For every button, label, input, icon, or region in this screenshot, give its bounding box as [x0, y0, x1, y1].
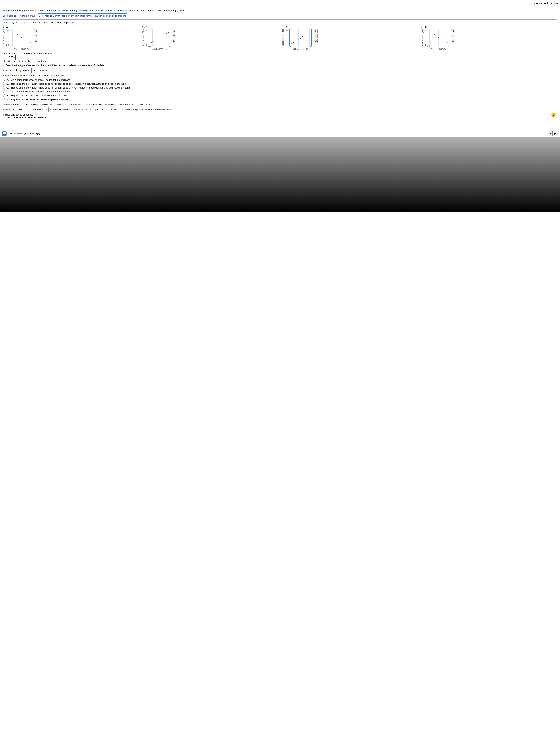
- scatter-plot: [427, 29, 449, 46]
- graph-option-c: C. Speed of sound (ft/s) 1140940 -555 Al…: [282, 26, 418, 50]
- evidence-dropdown-1[interactable]: is: [48, 107, 53, 112]
- part-d: (d) Use the table of critical values for…: [3, 103, 557, 119]
- critical-value-input[interactable]: [24, 109, 28, 110]
- zoom-in-icon[interactable]: [34, 29, 38, 33]
- correlation-type-dropdown[interactable]: a strong negative: [12, 68, 32, 73]
- d-s2: . Therefore, there: [29, 107, 48, 112]
- zoom-in-icon[interactable]: [314, 29, 318, 33]
- c-sentence-prefix: There is: [3, 68, 11, 73]
- choice-e: E. Higher altitudes cause increases in s…: [3, 94, 557, 98]
- choice-text: As altitude increases, speeds of sound t…: [11, 79, 71, 81]
- c-sentence-suffix: linear correlation.: [32, 68, 51, 73]
- interpret-prompt: Interpret the correlation. Choose the co…: [3, 74, 557, 77]
- svg-point-3: [35, 35, 37, 37]
- choice-text: Based on the correlation, there does not…: [11, 86, 131, 89]
- r-value-input[interactable]: − 0.973: [6, 55, 16, 60]
- radio-choice-d[interactable]: [3, 90, 5, 93]
- part-b-prompt: (b) Calculate the sample correlation coe…: [3, 52, 557, 55]
- prev-button[interactable]: ◀: [548, 131, 553, 136]
- zoom-in-icon[interactable]: [172, 29, 176, 33]
- chevron-down-icon: ▼: [550, 2, 553, 5]
- choice-text: Higher altitudes cause decreases in spee…: [11, 98, 69, 101]
- graph-option-a: A. Speed of sound (ft/s) 1140940 -555 Al…: [3, 26, 138, 50]
- svg-point-18: [453, 35, 454, 37]
- radio-option-a[interactable]: [3, 26, 5, 28]
- svg-point-11: [315, 31, 316, 32]
- choice-letter: E.: [6, 94, 10, 97]
- part-c-prompt: (c) Describe the type of correlation, if…: [3, 64, 557, 67]
- svg-point-1: [35, 31, 37, 32]
- choice-c: C. Based on the correlation, there does …: [3, 86, 557, 90]
- r-prefix: r =: [3, 55, 5, 59]
- zoom-out-icon[interactable]: [314, 34, 318, 38]
- svg-point-6: [174, 31, 175, 32]
- choice-text: Higher altitudes cause increases in spee…: [11, 94, 68, 97]
- part-a-prompt: (a) Display the data in a scatter plot. …: [3, 21, 557, 24]
- svg-line-19: [454, 36, 454, 37]
- critical-values-link[interactable]: Click here to view the table of critical…: [38, 14, 127, 18]
- footer-bar: Click to select your answer(s). ◀ ▶: [0, 129, 560, 137]
- choice-letter: A.: [6, 79, 10, 81]
- question-help-button[interactable]: Question Help ▼: [533, 2, 553, 5]
- graph-option-b: B. Speed of sound (ft/s) 55-5 9401140 Al…: [142, 26, 278, 50]
- scatter-plot: [148, 29, 170, 46]
- expand-icon[interactable]: [451, 39, 455, 43]
- radio-option-c[interactable]: [282, 26, 284, 28]
- y-axis-label: Speed of sound (ft/s): [422, 29, 424, 47]
- choice-letter: C.: [6, 86, 10, 89]
- part-d-round-note: (Round to three decimal places as needed…: [3, 116, 557, 119]
- expand-icon[interactable]: [172, 39, 176, 43]
- y-axis-label: Speed of sound (ft/s): [282, 29, 284, 47]
- evidence-dropdown-2[interactable]: there is a significant linear correlatio…: [124, 107, 172, 112]
- part-d-prompt: (d) Use the table of critical values for…: [3, 103, 557, 106]
- choice-letter: D.: [6, 90, 10, 93]
- zoom-in-icon[interactable]: [451, 29, 455, 33]
- option-letter: B.: [146, 26, 148, 28]
- expand-icon[interactable]: [34, 39, 38, 43]
- progress-icon[interactable]: [2, 131, 7, 136]
- svg-line-7: [175, 32, 175, 32]
- zoom-out-icon[interactable]: [34, 34, 38, 38]
- choice-letter: B.: [6, 82, 10, 85]
- svg-line-14: [316, 36, 317, 37]
- svg-point-13: [315, 35, 316, 37]
- expand-icon[interactable]: [314, 39, 318, 43]
- x-axis-label: Altitude (1000's ft): [431, 48, 446, 50]
- help-badge[interactable]: ?: [552, 113, 556, 117]
- svg-line-12: [316, 32, 317, 32]
- option-letter: D.: [425, 26, 427, 28]
- svg-rect-10: [174, 40, 175, 42]
- choice-f: F. Higher altitudes cause decreases in s…: [3, 98, 557, 101]
- svg-point-0: [556, 3, 557, 4]
- choice-a: A. As altitude increases, speeds of soun…: [3, 78, 557, 82]
- zoom-out-icon[interactable]: [451, 34, 455, 38]
- scatter-plot: [289, 29, 312, 46]
- x-axis-label: Altitude (1000's ft): [152, 48, 166, 50]
- data-table-link[interactable]: Click here to view the data table.: [3, 14, 37, 18]
- question-help-label: Question Help: [533, 2, 549, 5]
- scatter-plot: [10, 29, 32, 46]
- radio-choice-c[interactable]: [3, 86, 5, 89]
- svg-line-9: [175, 36, 175, 37]
- radio-option-b[interactable]: [142, 26, 144, 28]
- radio-choice-e[interactable]: [3, 94, 5, 97]
- below-screen-area: [0, 137, 560, 212]
- d-s1: The critical value is: [3, 107, 23, 112]
- option-letter: C.: [285, 26, 288, 28]
- radio-option-d[interactable]: [422, 26, 424, 28]
- radio-choice-b[interactable]: [3, 82, 5, 85]
- next-button[interactable]: ▶: [553, 131, 558, 136]
- x-axis-label: Altitude (1000's ft): [14, 48, 29, 50]
- zoom-out-icon[interactable]: [172, 34, 176, 38]
- graph-option-d: D. Speed of sound (ft/s) 55-5 9401140 Al…: [422, 26, 557, 50]
- option-letter: A.: [6, 26, 8, 28]
- gear-icon[interactable]: [555, 1, 558, 5]
- svg-rect-20: [453, 40, 454, 42]
- radio-choice-a[interactable]: [3, 79, 5, 81]
- svg-line-4: [37, 36, 37, 37]
- radio-choice-f[interactable]: [3, 98, 5, 100]
- svg-line-2: [37, 32, 37, 32]
- d-s3: sufficient evidence at the 1% level of s…: [53, 107, 123, 112]
- intro-text: The accompanying table shows eleven alti…: [3, 9, 557, 12]
- choice-letter: F.: [6, 98, 10, 101]
